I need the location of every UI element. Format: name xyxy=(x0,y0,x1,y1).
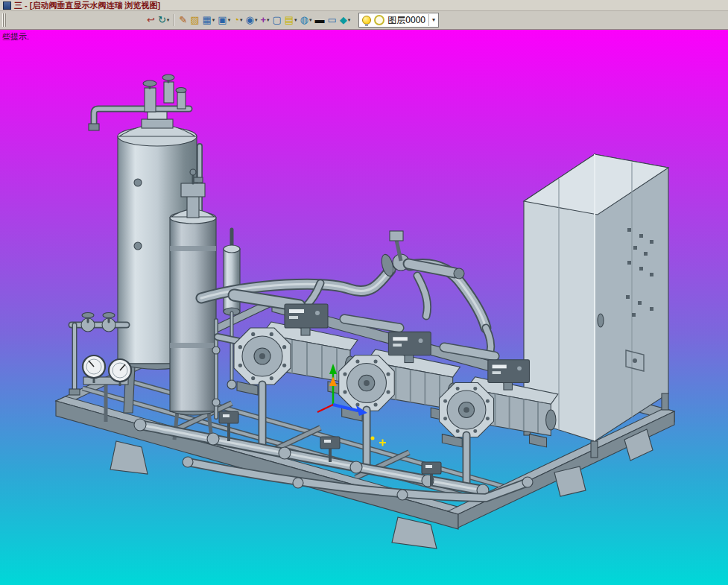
viewport-3d[interactable]: 些提示. xyxy=(0,30,728,585)
render-pie-icon-dropdown[interactable]: ▾ xyxy=(240,13,243,27)
front-manifold-piping[interactable] xyxy=(134,385,533,500)
top-heat-exchangers xyxy=(234,295,495,356)
toolbar: ↩↻▾✎▨▦▾▣▾◔▾◉▾+▾▢▤▾◍▾▬▭◆▾ 图层0000 ▾ xyxy=(0,11,728,30)
toolbar-grip-handle[interactable] xyxy=(2,13,6,27)
view-window-icon: ▣ xyxy=(218,13,227,27)
left-valve-cluster[interactable] xyxy=(69,313,127,396)
layer-control[interactable]: 图层0000 ▾ xyxy=(358,13,439,28)
image-icon[interactable]: ◍▾ xyxy=(300,13,313,27)
material-icon: ◆ xyxy=(340,13,347,27)
frame-icon[interactable]: ▢ xyxy=(272,13,282,27)
sketch-pencil-icon: ✎ xyxy=(179,13,187,27)
palette-icon: ▨ xyxy=(190,13,199,27)
origin-triad xyxy=(317,364,386,446)
titlebar: 三 - [启动阀垂直显示水阀连瑞 浏览视图] xyxy=(0,0,728,11)
move-axes-icon[interactable]: +▾ xyxy=(259,13,270,27)
layer-name: 图层0000 xyxy=(387,13,425,27)
cabinet-door-hardware[interactable] xyxy=(626,228,653,317)
sketch-pencil-icon[interactable]: ✎ xyxy=(178,13,188,27)
view-window-icon-dropdown[interactable]: ▾ xyxy=(228,13,231,27)
view-window-icon[interactable]: ▣▾ xyxy=(217,13,231,27)
exit-render-icon[interactable]: ↩ xyxy=(146,13,156,27)
control-cabinet[interactable] xyxy=(524,154,668,458)
app-icon xyxy=(3,1,11,10)
tank-top-valves[interactable] xyxy=(143,75,186,112)
render-pie-icon[interactable]: ◔▾ xyxy=(232,13,243,27)
orbit-view-icon: ↻ xyxy=(158,13,166,27)
orbit-view-icon[interactable]: ↻▾ xyxy=(157,13,170,27)
zoom-icon: ◉ xyxy=(246,13,254,27)
compressor-2[interactable] xyxy=(339,332,460,421)
material-icon-dropdown[interactable]: ▾ xyxy=(348,13,351,27)
solid-cube-icon-dropdown[interactable]: ▾ xyxy=(212,13,215,27)
pressure-gauges[interactable] xyxy=(83,355,131,422)
frame-icon: ▢ xyxy=(273,13,282,27)
cabinet-door-handle[interactable] xyxy=(598,314,604,327)
palette-icon[interactable]: ▨ xyxy=(189,13,200,27)
compressor-1[interactable] xyxy=(234,304,358,395)
toolbar-separator xyxy=(174,14,174,26)
window-title: 三 - [启动阀垂直显示水阀连瑞 浏览视图] xyxy=(14,0,160,10)
filter-drier[interactable] xyxy=(212,230,253,417)
sheet-icon: ▤ xyxy=(285,13,294,27)
image-icon-dropdown[interactable]: ▾ xyxy=(309,13,312,27)
solid-cube-icon[interactable]: ▦▾ xyxy=(202,13,216,27)
hint-text: 些提示. xyxy=(2,31,29,42)
orbit-view-icon-dropdown[interactable]: ▾ xyxy=(167,13,170,27)
accumulator-tank[interactable] xyxy=(89,75,203,414)
render-pie-icon: ◔ xyxy=(233,13,239,27)
layer-dropdown-arrow[interactable]: ▾ xyxy=(428,14,435,26)
toolbar-icons: ↩↻▾✎▨▦▾▣▾◔▾◉▾+▾▢▤▾◍▾▬▭◆▾ xyxy=(146,13,351,27)
material-icon[interactable]: ◆▾ xyxy=(339,13,352,27)
zoom-icon-dropdown[interactable]: ▾ xyxy=(255,13,258,27)
move-axes-icon: + xyxy=(260,13,266,27)
solid-cube-icon: ▦ xyxy=(203,13,212,27)
layer-color-ring-icon[interactable] xyxy=(374,15,384,25)
sheet-icon-dropdown[interactable]: ▾ xyxy=(294,13,297,27)
oil-separator-tank[interactable] xyxy=(170,169,216,440)
main-shutoff-valve[interactable] xyxy=(379,231,464,279)
suction-header-pipe[interactable] xyxy=(201,231,491,352)
move-axes-icon-dropdown[interactable]: ▾ xyxy=(267,13,270,27)
layer-visibility-bulb-icon[interactable] xyxy=(362,16,371,25)
model-scene xyxy=(0,30,728,585)
line-width-icon: ▬ xyxy=(314,13,324,27)
canvas-icon: ▭ xyxy=(327,13,336,27)
line-width-icon[interactable]: ▬ xyxy=(314,13,325,27)
exit-render-icon: ↩ xyxy=(147,13,155,27)
zoom-icon[interactable]: ◉▾ xyxy=(245,13,259,27)
sheet-icon[interactable]: ▤▾ xyxy=(284,13,298,27)
pressure-sensors[interactable] xyxy=(219,411,441,486)
compressor-3[interactable] xyxy=(440,360,558,447)
canvas-icon[interactable]: ▭ xyxy=(326,13,337,27)
base-skid-frame[interactable] xyxy=(56,298,674,548)
image-icon: ◍ xyxy=(300,13,308,27)
